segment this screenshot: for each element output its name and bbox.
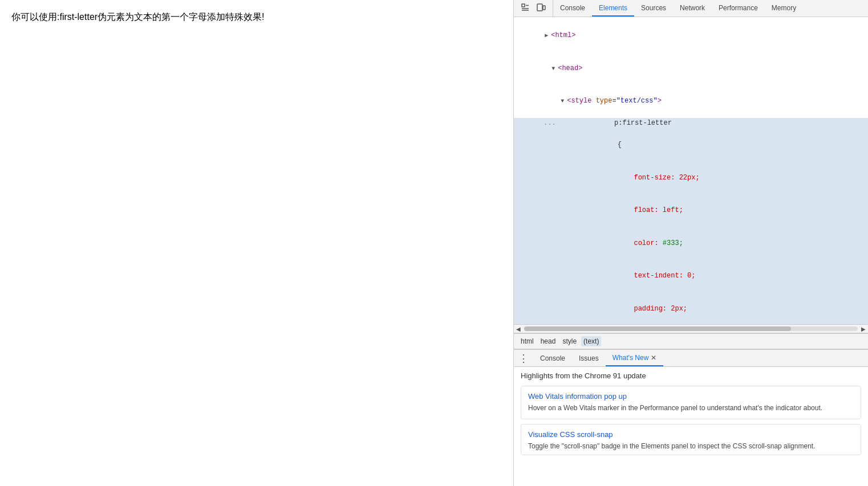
svg-rect-4 <box>537 4 542 11</box>
dom-line-font-size: font-size: 22px; <box>514 161 868 194</box>
scroll-left-arrow[interactable]: ◀ <box>514 324 523 333</box>
dom-line-head: ▼<head> <box>514 52 868 85</box>
dom-line-style: ▼<style type="text/css"> <box>514 85 868 118</box>
bottom-panel-content[interactable]: Highlights from the Chrome 91 update Web… <box>514 367 868 486</box>
bottom-tab-console[interactable]: Console <box>533 350 572 366</box>
feature-card-scroll-snap: Visualize CSS scroll-snap Toggle the "sc… <box>521 424 861 455</box>
page-text: 你可以使用:first-letter伪元素为文本的第一个字母添加特殊效果! <box>11 11 502 23</box>
breadcrumb-text[interactable]: (text) <box>581 336 601 346</box>
tab-elements[interactable]: Elements <box>592 0 634 17</box>
tab-console[interactable]: Console <box>553 0 592 17</box>
highlights-header: Highlights from the Chrome 91 update <box>521 371 861 380</box>
tab-sources[interactable]: Sources <box>634 0 673 17</box>
toolbar-icons <box>514 0 553 17</box>
tab-memory[interactable]: Memory <box>765 0 803 17</box>
feature-desc-web-vitals: Hover on a Web Vitals marker in the Perf… <box>528 403 854 413</box>
svg-rect-0 <box>522 4 525 7</box>
scroll-thumb <box>524 326 791 331</box>
breadcrumb-head[interactable]: head <box>538 336 558 346</box>
devtools-toolbar: Console Elements Sources Network Perform… <box>514 0 868 17</box>
breadcrumb-html[interactable]: html <box>518 336 536 346</box>
dom-line-float: float: left; <box>514 194 868 227</box>
whatsnew-close-button[interactable]: ✕ <box>651 354 656 362</box>
bottom-panel: ⋮ Console Issues What's New ✕ Highlights… <box>514 349 868 486</box>
bottom-tabs-row: ⋮ Console Issues What's New ✕ <box>514 350 868 367</box>
feature-desc-scroll-snap: Toggle the "scroll-snap" badge in the El… <box>528 441 854 451</box>
bottom-tab-whatsnew[interactable]: What's New ✕ <box>606 350 664 366</box>
elements-panel[interactable]: ▶<html> ▼<head> ▼<style type="text/css">… <box>514 17 868 324</box>
dom-line-text-indent: text-indent: 0; <box>514 260 868 293</box>
bottom-tab-issues[interactable]: Issues <box>572 350 606 366</box>
dom-line-brace-open: { <box>514 129 868 162</box>
bottom-tabs-menu-button[interactable]: ⋮ <box>514 350 533 366</box>
feature-card-web-vitals: Web Vitals information pop up Hover on a… <box>521 386 861 419</box>
dom-line-html: ▶<html> <box>514 19 868 52</box>
tab-network[interactable]: Network <box>673 0 712 17</box>
inspect-element-button[interactable] <box>518 2 532 15</box>
horizontal-scrollbar[interactable]: ◀ ▶ <box>514 324 868 333</box>
scroll-right-arrow[interactable]: ▶ <box>859 324 868 333</box>
feature-title-scroll-snap[interactable]: Visualize CSS scroll-snap <box>528 430 854 439</box>
scroll-track[interactable] <box>524 326 858 331</box>
dom-line-ellipsis: ... p:first-letter <box>514 118 868 129</box>
page-content: 你可以使用:first-letter伪元素为文本的第一个字母添加特殊效果! <box>0 0 513 486</box>
dom-line-padding: padding: 2px; <box>514 293 868 324</box>
svg-rect-5 <box>543 6 545 10</box>
tab-performance[interactable]: Performance <box>712 0 765 17</box>
breadcrumb-style[interactable]: style <box>560 336 579 346</box>
breadcrumb-bar: html head style (text) <box>514 333 868 349</box>
dom-line-color: color: #333; <box>514 227 868 260</box>
feature-title-web-vitals[interactable]: Web Vitals information pop up <box>528 392 854 401</box>
devtools-tabs: Console Elements Sources Network Perform… <box>553 0 868 17</box>
devtools-panel: Console Elements Sources Network Perform… <box>513 0 868 486</box>
device-toggle-button[interactable] <box>534 2 548 15</box>
